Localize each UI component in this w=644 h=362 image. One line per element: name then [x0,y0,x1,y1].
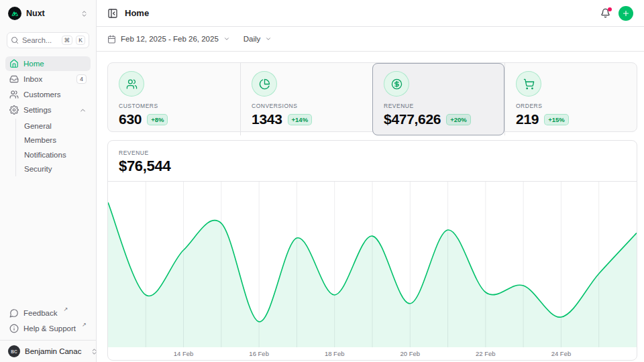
chat-bubble-icon [9,308,19,318]
top-header: Home [97,0,644,27]
stat-value: 630 [119,111,142,127]
sidebar-item-customers[interactable]: Customers [5,87,91,102]
gear-icon [9,105,19,115]
stat-label: CUSTOMERS [119,103,229,109]
user-menu[interactable]: BC Benjamin Canac [0,340,96,362]
notifications-button[interactable] [600,8,610,18]
page-title: Home [125,8,149,18]
dashboard-content: CUSTOMERS 630 +8% CONVERSIONS 1343 +14% [107,62,637,361]
x-tick-label: 16 Feb [249,350,269,357]
sidebar-item-home[interactable]: Home [5,56,91,71]
sidebar: Nuxt ⌘ K Home Inbox 4 [0,0,97,362]
search-icon [11,36,19,44]
kbd-cmd: ⌘ [62,36,73,45]
collapse-sidebar-button[interactable] [107,8,118,19]
sidebar-item-general[interactable]: General [16,119,91,133]
feedback-label: Feedback [23,309,58,317]
plus-icon [622,9,630,17]
stat-label: REVENUE [384,103,494,109]
stat-delta-badge: +8% [147,114,168,125]
date-range-value: Feb 12, 2025 - Feb 26, 2025 [121,35,219,43]
x-tick-label: 20 Feb [400,350,420,357]
chart-x-axis: 14 Feb16 Feb18 Feb20 Feb22 Feb24 Feb [108,347,637,361]
inbox-count-badge: 4 [76,74,87,84]
sidebar-item-label: Home [23,60,44,68]
users-icon [119,71,144,97]
x-tick-label: 22 Feb [476,350,496,357]
add-button[interactable] [619,6,633,21]
chevrons-up-down-icon [80,10,88,17]
granularity-value: Daily [244,35,261,43]
sidebar-item-label: Customers [23,90,61,99]
sidebar-item-inbox[interactable]: Inbox 4 [5,72,91,86]
home-icon [9,59,19,68]
stat-value: $477,626 [384,111,441,127]
x-tick-label: 14 Feb [174,350,194,357]
sidebar-item-members[interactable]: Members [16,133,91,148]
currency-dollar-icon [384,71,409,97]
main-area: Home Feb 12, 2025 - Feb 26, 2025 Daily [97,0,644,362]
external-link-icon: ↗ [64,306,68,314]
search-field[interactable] [22,36,58,44]
shopping-cart-icon [516,71,541,97]
chevron-up-icon [79,107,87,114]
x-tick-label: 24 Feb [551,350,572,357]
sidebar-nav: Home Inbox 4 Customers Settings Genera [0,55,96,177]
notification-dot [608,7,612,11]
stat-delta-badge: +14% [288,114,313,125]
search-input[interactable]: ⌘ K [7,32,89,48]
chevron-down-icon [265,36,272,42]
stat-delta-badge: +20% [446,114,471,125]
avatar: BC [8,345,20,357]
stat-card-revenue[interactable]: REVENUE $477,626 +20% [372,63,504,135]
stat-value: 1343 [252,111,282,127]
chart-header: REVENUE $76,544 [108,141,637,182]
sidebar-item-label: Settings [23,106,52,114]
help-support-link[interactable]: Help & Support ↗ [5,321,91,336]
stat-card-customers[interactable]: CUSTOMERS 630 +8% [108,63,240,135]
stat-label: ORDERS [516,103,626,109]
help-support-label: Help & Support [23,324,76,333]
sidebar-item-settings[interactable]: Settings [5,103,91,117]
revenue-chart-panel: REVENUE $76,544 14 Feb16 Feb18 Feb20 Feb… [107,140,637,361]
user-name: Benjamin Canac [25,347,81,355]
date-range-picker[interactable]: Feb 12, 2025 - Feb 26, 2025 [107,35,230,44]
x-tick-label: 18 Feb [325,350,345,357]
stat-card-orders[interactable]: ORDERS 219 +15% [504,63,637,135]
inbox-icon [9,74,19,84]
sidebar-footer: Feedback ↗ Help & Support ↗ [0,306,96,340]
chart-big-value: $76,544 [119,158,626,175]
calendar-icon [107,35,116,44]
sidebar-item-security[interactable]: Security [16,162,91,177]
stat-card-conversions[interactable]: CONVERSIONS 1343 +14% [240,63,372,135]
kbd-k: K [76,36,85,45]
chart-kicker: REVENUE [119,149,626,156]
feedback-link[interactable]: Feedback ↗ [5,306,91,320]
users-icon [9,90,19,99]
chart-pie-icon [252,71,277,97]
stat-delta-badge: +15% [544,114,569,125]
nuxt-logo-icon [8,7,21,20]
stat-label: CONVERSIONS [252,103,362,109]
settings-sub-list: General Members Notifications Security [15,119,91,176]
workspace-switcher[interactable]: Nuxt [0,0,96,27]
sidebar-item-notifications[interactable]: Notifications [16,147,91,162]
sidebar-item-label: Inbox [23,75,42,83]
chevron-down-icon [223,36,230,42]
workspace-name: Nuxt [26,9,45,18]
info-circle-icon [9,324,19,333]
filters-toolbar: Feb 12, 2025 - Feb 26, 2025 Daily [97,27,644,52]
stat-value: 219 [516,111,539,127]
stats-panel: CUSTOMERS 630 +8% CONVERSIONS 1343 +14% [107,62,637,132]
granularity-select[interactable]: Daily [244,35,272,43]
external-link-icon: ↗ [82,321,87,330]
revenue-area-chart[interactable] [108,182,637,347]
